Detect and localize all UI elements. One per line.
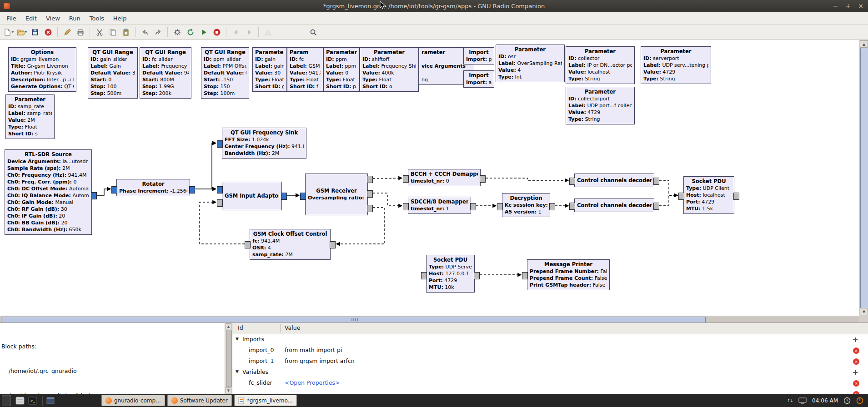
- maximize-button[interactable]: +: [846, 0, 851, 12]
- block-socket-pdu-client[interactable]: Socket PDU Type: UDP Client Host: localh…: [683, 176, 734, 214]
- variables-group-variables[interactable]: ▼ Variables +: [232, 367, 868, 378]
- message-output-port[interactable]: [367, 205, 373, 212]
- task-button-gnuradio-companion[interactable]: gnuradio-comp...: [101, 395, 165, 406]
- input-port[interactable]: [217, 140, 223, 148]
- block-qt-gui-range-ppm[interactable]: QT GUI Range ID: ppm_slider Label: PPM O…: [201, 47, 249, 99]
- redo-button[interactable]: [152, 26, 164, 38]
- message-connection-decoder2-socketpdu[interactable]: [659, 195, 677, 205]
- variables-group-imports[interactable]: ▼ Imports +: [232, 334, 868, 345]
- message-input-port[interactable]: [217, 199, 223, 207]
- new-button[interactable]: ▾: [2, 26, 15, 38]
- output-port[interactable]: [189, 186, 195, 194]
- menu-edit[interactable]: Edit: [21, 13, 41, 24]
- show-desktop-button[interactable]: [2, 395, 11, 406]
- message-input-port[interactable]: [245, 241, 251, 248]
- file-manager-launcher[interactable]: [15, 395, 25, 406]
- variables-panel[interactable]: Id Value ▼ Imports + import_0 from math …: [232, 323, 868, 394]
- input-port[interactable]: [111, 186, 117, 194]
- expander-icon[interactable]: ▼: [236, 369, 239, 374]
- message-input-port[interactable]: [403, 175, 409, 183]
- horizontal-scrollbar-thumb[interactable]: [1, 317, 706, 323]
- power-icon[interactable]: [856, 397, 863, 404]
- menu-tools[interactable]: Tools: [85, 13, 109, 24]
- block-rotator[interactable]: Rotator Phase Increment: -1.25664: [116, 179, 190, 196]
- variables-row-clipped[interactable]: ×: [232, 389, 868, 394]
- scroll-up-button[interactable]: ▲: [860, 40, 868, 48]
- open-properties-link[interactable]: <Open Properties>: [285, 379, 340, 386]
- variables-row-import0[interactable]: import_0 from math import pi ×: [232, 345, 868, 356]
- add-variable-button[interactable]: +: [853, 368, 858, 377]
- block-gsm-clock-offset-control[interactable]: GSM Clock Offset Control fc: 941.4M OSR:…: [250, 229, 331, 260]
- reload-button[interactable]: [184, 26, 196, 38]
- task-button-grgsm-livemon[interactable]: *grgsm_livemo...: [234, 395, 297, 406]
- message-output-port[interactable]: [480, 175, 486, 183]
- message-output-port[interactable]: [330, 241, 336, 248]
- message-connection-receiver-bcch[interactable]: [373, 178, 402, 179]
- block-decryption[interactable]: Decryption Kc session key: A5 version: 1: [502, 193, 550, 217]
- clock-text[interactable]: 04:06 AM: [812, 397, 838, 404]
- message-output-port[interactable]: [367, 176, 373, 183]
- message-connection-receiver-sdcch[interactable]: [373, 193, 402, 206]
- block-gsm-input-adaptor[interactable]: GSM Input Adaptor: [222, 182, 282, 210]
- message-output-port[interactable]: [733, 193, 739, 200]
- message-connection-decoder1-socketpdu[interactable]: [659, 180, 677, 195]
- close-file-button[interactable]: [42, 26, 54, 38]
- remove-button[interactable]: ×: [853, 358, 859, 365]
- window-list-applet[interactable]: [45, 395, 56, 406]
- block-parameter-fc[interactable]: Param ID: fc Label: GSM cha Value: 941.8…: [287, 47, 323, 92]
- title-bar[interactable]: *grgsm_livemon.grc - /home/iot/tools/gr-…: [0, 0, 868, 12]
- message-output-port[interactable]: [367, 190, 373, 198]
- console-scrollbar[interactable]: ▲ ▼: [225, 323, 232, 394]
- connection-rotator-freqsink[interactable]: [212, 143, 216, 189]
- console-panel[interactable]: Block paths: /home/iot/.grc_gnuradio /us…: [0, 323, 225, 394]
- execute-button[interactable]: [197, 26, 210, 38]
- scroll-down-button[interactable]: ▼: [860, 308, 868, 315]
- errors-button[interactable]: [262, 26, 274, 38]
- block-options[interactable]: Options ID: grgsm_livemon Title: Gr-gsm …: [8, 47, 76, 92]
- block-parameter-samp-rate[interactable]: Parameter ID: samp_rate Label: samp_rate…: [5, 94, 55, 139]
- block-gsm-receiver[interactable]: GSM Receiver Oversampling ratio: 4: [305, 174, 368, 215]
- variables-row-fc-slider[interactable]: fc_slider <Open Properties> ×: [232, 378, 868, 389]
- copy-button[interactable]: [106, 26, 119, 38]
- input-port[interactable]: [217, 186, 223, 194]
- block-socket-pdu-server[interactable]: Socket PDU Type: UDP Server Host: 127.0.…: [426, 255, 475, 293]
- find-button[interactable]: [307, 26, 319, 38]
- block-bcch-ccch-demapper[interactable]: BCCH + CCCH Demapper timeslot_nr: 0: [408, 169, 481, 186]
- block-qt-gui-range-gain[interactable]: QT GUI Range ID: gain_slider Label: Gain…: [88, 47, 138, 99]
- task-button-software-updater[interactable]: Software Updater: [167, 395, 232, 406]
- paste-button[interactable]: [120, 26, 132, 38]
- message-input-port[interactable]: [678, 193, 684, 200]
- add-import-button[interactable]: +: [853, 335, 858, 344]
- scroll-down-button[interactable]: ▼: [226, 387, 231, 393]
- cut-button[interactable]: [93, 26, 105, 38]
- output-port[interactable]: [281, 193, 287, 200]
- message-input-port[interactable]: [421, 272, 427, 279]
- close-window-button[interactable]: ×: [858, 0, 863, 12]
- menu-file[interactable]: File: [2, 13, 21, 24]
- block-parameter-collector[interactable]: Parameter ID: collector Label: IP or DN.…: [566, 46, 635, 84]
- block-parameter-ppm[interactable]: Parameter ID: ppm Label: ppm Value: 0 Ty…: [323, 47, 360, 92]
- print-button[interactable]: [74, 26, 86, 38]
- block-parameter-gain[interactable]: Parameter ID: gain Label: gain Value: 30…: [252, 47, 287, 92]
- block-import-pi[interactable]: Import Import: pi: [463, 47, 494, 65]
- message-input-port[interactable]: [569, 203, 575, 210]
- message-input-port[interactable]: [522, 272, 528, 279]
- block-qt-gui-range-fc[interactable]: QT GUI Range ID: fc_slider Label: Freque…: [140, 47, 191, 99]
- back-button[interactable]: [230, 26, 242, 38]
- block-parameter-osr[interactable]: Parameter ID: osr Label: OverSampling Ra…: [496, 45, 565, 82]
- variables-row-import1[interactable]: import_1 from grgsm import arfcn ×: [232, 356, 868, 367]
- message-input-port[interactable]: [569, 178, 575, 185]
- block-sdcch8-demapper[interactable]: SDCCH/8 Demapper timeslot_nr: 1: [408, 197, 471, 214]
- block-import-arfcn[interactable]: Import Import: arfc: [463, 70, 494, 88]
- block-parameter-collectorport[interactable]: Parameter ID: collectorport Label: UDP p…: [566, 87, 635, 124]
- block-parameter-shiftoff[interactable]: Parameter ID: shiftoff Label: Frequency …: [360, 47, 419, 92]
- block-control-channels-decoder-1[interactable]: Control channels decoder: [574, 174, 654, 187]
- message-output-port[interactable]: [474, 272, 480, 279]
- output-port[interactable]: [91, 192, 97, 199]
- save-button[interactable]: [29, 26, 41, 38]
- menu-view[interactable]: View: [41, 13, 65, 24]
- menu-help[interactable]: Help: [109, 13, 131, 24]
- message-connection-bcch-decoder1[interactable]: [486, 178, 568, 180]
- flowgraph-canvas[interactable]: Options ID: grgsm_livemon Title: Gr-gsm …: [0, 40, 859, 316]
- generate-button[interactable]: [171, 26, 183, 38]
